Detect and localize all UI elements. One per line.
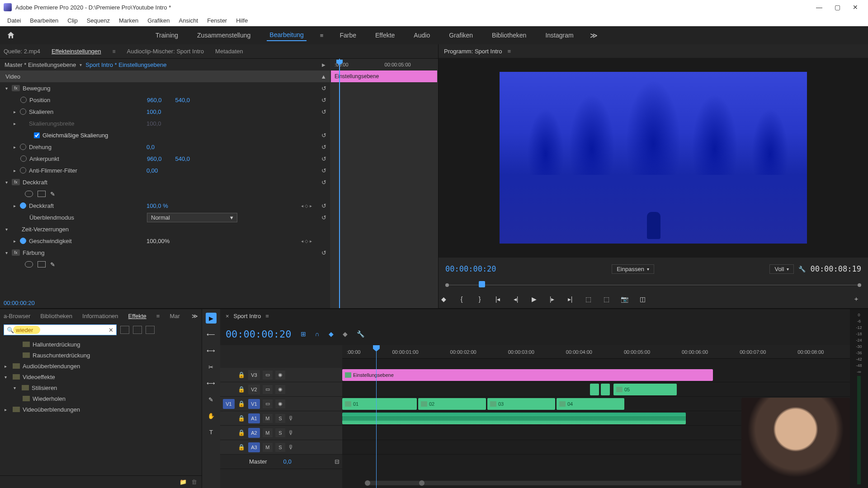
- reset-button[interactable]: ↺: [321, 202, 326, 209]
- program-view[interactable]: [439, 58, 868, 258]
- track-v2[interactable]: V2: [248, 385, 260, 394]
- voiceover-icon[interactable]: 🎙: [288, 444, 294, 450]
- reset-button[interactable]: ↺: [321, 144, 326, 150]
- reset-button[interactable]: ↺: [321, 214, 326, 221]
- scroll-up-icon[interactable]: ▲: [321, 73, 326, 80]
- filter-icon-1[interactable]: [120, 326, 129, 334]
- lock-icon[interactable]: 🔒: [237, 386, 245, 393]
- ec-clip-bar[interactable]: Einstellungsebene: [331, 70, 437, 82]
- stopwatch-active-icon[interactable]: [20, 202, 26, 209]
- compare-button[interactable]: ◫: [637, 294, 647, 304]
- effect-folder[interactable]: ▸Audioüberblendungen: [5, 361, 197, 371]
- menu-bearbeiten[interactable]: Bearbeiten: [25, 17, 63, 24]
- rotation-value[interactable]: 0,0: [146, 144, 155, 150]
- filter-icon-3[interactable]: [146, 326, 155, 334]
- track-a1[interactable]: A1: [248, 413, 260, 423]
- ws-effekte[interactable]: Effekte: [373, 30, 397, 41]
- home-button[interactable]: [5, 29, 17, 42]
- tab-browser[interactable]: a-Browser: [4, 313, 30, 319]
- ec-motion[interactable]: Bewegung: [23, 85, 140, 92]
- clip-v2-b[interactable]: [601, 384, 610, 395]
- reset-button[interactable]: ↺: [321, 132, 326, 139]
- mark-out-icon[interactable]: }: [475, 294, 485, 304]
- stopwatch-icon[interactable]: [20, 97, 27, 103]
- tab-libraries[interactable]: Bibliotheken: [40, 313, 72, 319]
- razor-tool[interactable]: ✂: [206, 361, 217, 372]
- track-v3[interactable]: V3: [248, 370, 260, 380]
- position-y[interactable]: 540,0: [175, 97, 190, 103]
- reset-button[interactable]: ↺: [321, 179, 326, 186]
- opacity-value[interactable]: 100,0 %: [146, 202, 168, 209]
- add-button[interactable]: ＋: [851, 294, 861, 304]
- chevron-icon[interactable]: ▸: [14, 168, 20, 173]
- ripple-tool[interactable]: ⟷: [206, 345, 217, 356]
- chevron-down-icon[interactable]: ▾: [80, 62, 82, 67]
- panel-menu-icon[interactable]: ≡: [265, 313, 269, 319]
- fx-badge[interactable]: fx: [12, 249, 20, 256]
- fx-badge[interactable]: fx: [12, 179, 20, 185]
- sequence-name[interactable]: Sport Intro: [233, 313, 261, 319]
- expand-icon[interactable]: ⊟: [335, 458, 340, 465]
- ellipse-mask-icon[interactable]: [25, 261, 33, 267]
- effect-item[interactable]: Rauschunterdrückung: [5, 350, 197, 361]
- toggle-output[interactable]: ▭: [263, 399, 273, 408]
- settings-icon[interactable]: ◆: [343, 330, 348, 338]
- reset-button[interactable]: ↺: [321, 97, 326, 103]
- clip-v2-a[interactable]: [590, 384, 599, 395]
- stopwatch-icon[interactable]: [20, 108, 26, 115]
- toggle-output[interactable]: ▭: [263, 385, 273, 394]
- fx-badge[interactable]: fx: [12, 85, 20, 91]
- stopwatch-icon[interactable]: [20, 167, 26, 174]
- track-v1[interactable]: V1: [248, 399, 260, 409]
- toggle-sync[interactable]: ◉: [275, 371, 285, 380]
- step-back-button[interactable]: ◂|: [511, 294, 521, 304]
- clip-02[interactable]: 02: [418, 398, 486, 410]
- lock-icon[interactable]: 🔒: [237, 415, 245, 422]
- ec-timecode[interactable]: 00:00:00:20: [4, 300, 35, 306]
- solo-button[interactable]: S: [275, 414, 285, 423]
- ec-playhead-line[interactable]: [339, 59, 340, 308]
- menu-grafiken[interactable]: Grafiken: [143, 17, 174, 24]
- panel-menu-icon[interactable]: ≡: [113, 48, 116, 55]
- ellipse-mask-icon[interactable]: [25, 191, 33, 197]
- panel-menu-icon[interactable]: ≡: [508, 48, 511, 55]
- chevron-icon[interactable]: ▸: [14, 203, 20, 208]
- link-icon[interactable]: ∩: [315, 330, 320, 338]
- menu-fenster[interactable]: Fenster: [203, 17, 231, 24]
- reset-button[interactable]: ↺: [321, 167, 326, 174]
- solo-button[interactable]: S: [275, 443, 285, 452]
- tab-source[interactable]: Quelle: 2.mp4: [4, 48, 40, 55]
- ws-farbe[interactable]: Farbe: [337, 30, 359, 41]
- chevron-icon[interactable]: ▸: [14, 109, 20, 114]
- timeline-ruler[interactable]: :00:0000:00:01:0000:00:02:0000:00:03:000…: [342, 345, 868, 359]
- chevron-icon[interactable]: ▸: [14, 239, 20, 244]
- keyframe-nav[interactable]: ◂ ◇ ▸: [301, 203, 312, 208]
- keyframe-nav[interactable]: ◂ ◇ ▸: [301, 239, 312, 244]
- pen-tool[interactable]: ✎: [206, 394, 217, 405]
- master-value[interactable]: 0,0: [283, 458, 292, 465]
- panel-menu-icon[interactable]: ≡: [156, 313, 160, 319]
- clip-05[interactable]: 05: [613, 384, 677, 395]
- program-timecode[interactable]: 00:00:00:20: [445, 264, 496, 273]
- menu-datei[interactable]: Datei: [3, 17, 25, 24]
- reset-button[interactable]: ↺: [321, 85, 326, 92]
- toggle-sync[interactable]: ◉: [275, 399, 285, 408]
- close-seq-button[interactable]: ×: [226, 313, 229, 319]
- menu-clip[interactable]: Clip: [63, 17, 82, 24]
- snap-icon[interactable]: ⊞: [301, 330, 306, 338]
- wrench-icon[interactable]: 🔧: [798, 266, 806, 272]
- stopwatch-active-icon[interactable]: [20, 238, 26, 244]
- tab-effect-settings[interactable]: Effekteinstellungen: [52, 48, 101, 55]
- effect-item[interactable]: Hallunterdrückung: [5, 339, 197, 350]
- position-x[interactable]: 960,0: [147, 97, 162, 103]
- blend-mode-select[interactable]: Normal▾: [147, 213, 237, 222]
- selection-tool[interactable]: ▶: [206, 313, 217, 324]
- quality-select[interactable]: Voll▾: [769, 264, 794, 274]
- ws-menu-icon[interactable]: ≡: [320, 32, 324, 39]
- minimize-button[interactable]: —: [810, 1, 828, 14]
- track-select-tool[interactable]: ⟵: [206, 329, 217, 340]
- extract-button[interactable]: ⬚: [601, 294, 611, 304]
- voiceover-icon[interactable]: 🎙: [288, 429, 294, 436]
- overflow-button[interactable]: ≫: [192, 313, 198, 319]
- voiceover-icon[interactable]: 🎙: [288, 415, 294, 422]
